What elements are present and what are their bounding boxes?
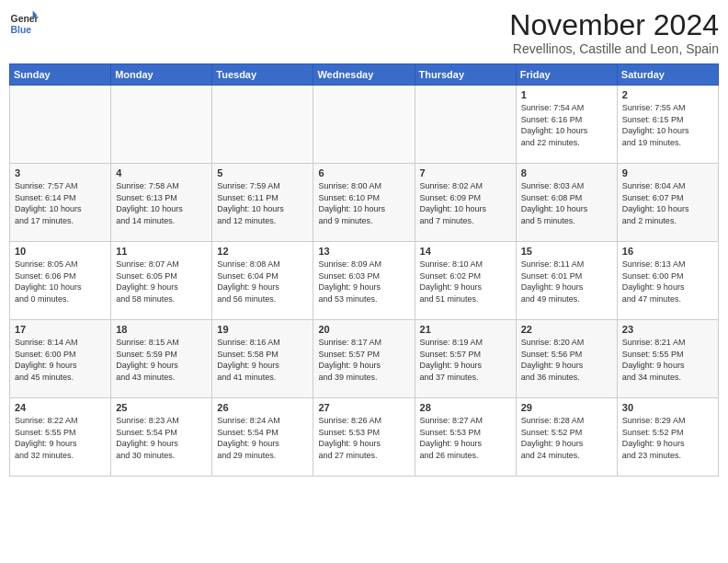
day-number: 26 (217, 402, 308, 413)
day-number: 2 (622, 89, 713, 100)
calendar-day-cell (212, 86, 313, 164)
day-number: 12 (217, 246, 308, 257)
header: General Blue November 2024 Revellinos, C… (9, 9, 719, 56)
calendar-day-cell: 7Sunrise: 8:02 AM Sunset: 6:09 PM Daylig… (415, 164, 516, 242)
calendar-day-cell: 22Sunrise: 8:20 AM Sunset: 5:56 PM Dayli… (516, 320, 617, 398)
weekday-header-row: SundayMondayTuesdayWednesdayThursdayFrid… (10, 64, 719, 86)
day-number: 22 (521, 324, 612, 335)
day-info: Sunrise: 8:04 AM Sunset: 6:07 PM Dayligh… (622, 180, 713, 226)
calendar-day-cell: 10Sunrise: 8:05 AM Sunset: 6:06 PM Dayli… (10, 242, 111, 320)
weekday-header-sunday: Sunday (10, 64, 111, 86)
day-info: Sunrise: 8:05 AM Sunset: 6:06 PM Dayligh… (15, 259, 106, 304)
day-info: Sunrise: 8:28 AM Sunset: 5:52 PM Dayligh… (521, 415, 612, 461)
calendar-week-row: 1Sunrise: 7:54 AM Sunset: 6:16 PM Daylig… (10, 86, 719, 164)
day-info: Sunrise: 8:11 AM Sunset: 6:01 PM Dayligh… (521, 259, 612, 304)
day-info: Sunrise: 8:00 AM Sunset: 6:10 PM Dayligh… (318, 180, 409, 226)
calendar-day-cell: 23Sunrise: 8:21 AM Sunset: 5:55 PM Dayli… (617, 320, 718, 398)
logo-icon: General Blue (9, 9, 39, 39)
calendar-day-cell: 29Sunrise: 8:28 AM Sunset: 5:52 PM Dayli… (516, 398, 617, 477)
day-number: 8 (521, 167, 612, 178)
weekday-header-thursday: Thursday (415, 64, 516, 86)
day-info: Sunrise: 8:20 AM Sunset: 5:56 PM Dayligh… (521, 337, 612, 383)
day-number: 16 (622, 246, 713, 257)
calendar-day-cell: 11Sunrise: 8:07 AM Sunset: 6:05 PM Dayli… (111, 242, 212, 320)
calendar-day-cell: 24Sunrise: 8:22 AM Sunset: 5:55 PM Dayli… (10, 398, 111, 477)
day-info: Sunrise: 8:27 AM Sunset: 5:53 PM Dayligh… (420, 415, 511, 461)
day-info: Sunrise: 8:08 AM Sunset: 6:04 PM Dayligh… (217, 259, 308, 304)
day-info: Sunrise: 8:03 AM Sunset: 6:08 PM Dayligh… (521, 180, 612, 226)
day-info: Sunrise: 8:02 AM Sunset: 6:09 PM Dayligh… (420, 180, 511, 226)
calendar-day-cell: 27Sunrise: 8:26 AM Sunset: 5:53 PM Dayli… (313, 398, 415, 477)
day-number: 11 (116, 246, 207, 257)
day-info: Sunrise: 8:19 AM Sunset: 5:57 PM Dayligh… (420, 337, 511, 383)
weekday-header-friday: Friday (516, 64, 617, 86)
calendar-day-cell: 21Sunrise: 8:19 AM Sunset: 5:57 PM Dayli… (415, 320, 516, 398)
day-number: 6 (318, 167, 409, 178)
day-info: Sunrise: 8:21 AM Sunset: 5:55 PM Dayligh… (622, 337, 713, 383)
day-number: 5 (217, 167, 308, 178)
day-number: 19 (217, 324, 308, 335)
day-info: Sunrise: 7:54 AM Sunset: 6:16 PM Dayligh… (521, 102, 612, 148)
calendar-day-cell: 2Sunrise: 7:55 AM Sunset: 6:15 PM Daylig… (617, 86, 718, 164)
day-number: 15 (521, 246, 612, 257)
calendar-week-row: 10Sunrise: 8:05 AM Sunset: 6:06 PM Dayli… (10, 242, 719, 320)
day-number: 10 (15, 246, 106, 257)
day-number: 20 (318, 324, 409, 335)
day-number: 1 (521, 89, 612, 100)
day-info: Sunrise: 8:13 AM Sunset: 6:00 PM Dayligh… (622, 259, 713, 304)
day-info: Sunrise: 8:14 AM Sunset: 6:00 PM Dayligh… (15, 337, 106, 383)
calendar-day-cell: 9Sunrise: 8:04 AM Sunset: 6:07 PM Daylig… (617, 164, 718, 242)
day-info: Sunrise: 8:17 AM Sunset: 5:57 PM Dayligh… (318, 337, 409, 383)
day-number: 25 (116, 402, 207, 413)
day-number: 18 (116, 324, 207, 335)
calendar-day-cell: 8Sunrise: 8:03 AM Sunset: 6:08 PM Daylig… (516, 164, 617, 242)
calendar-day-cell: 28Sunrise: 8:27 AM Sunset: 5:53 PM Dayli… (415, 398, 516, 477)
day-info: Sunrise: 8:16 AM Sunset: 5:58 PM Dayligh… (217, 337, 308, 383)
location-title: Revellinos, Castille and Leon, Spain (509, 41, 719, 56)
calendar-day-cell: 17Sunrise: 8:14 AM Sunset: 6:00 PM Dayli… (10, 320, 111, 398)
calendar-day-cell (111, 86, 212, 164)
calendar-day-cell: 5Sunrise: 7:59 AM Sunset: 6:11 PM Daylig… (212, 164, 313, 242)
calendar-day-cell: 18Sunrise: 8:15 AM Sunset: 5:59 PM Dayli… (111, 320, 212, 398)
title-area: November 2024 Revellinos, Castille and L… (509, 9, 719, 56)
logo: General Blue (9, 9, 39, 39)
day-info: Sunrise: 7:59 AM Sunset: 6:11 PM Dayligh… (217, 180, 308, 226)
calendar-day-cell: 13Sunrise: 8:09 AM Sunset: 6:03 PM Dayli… (313, 242, 415, 320)
weekday-header-monday: Monday (111, 64, 212, 86)
day-number: 27 (318, 402, 409, 413)
day-number: 9 (622, 167, 713, 178)
day-info: Sunrise: 8:29 AM Sunset: 5:52 PM Dayligh… (622, 415, 713, 461)
day-number: 24 (15, 402, 106, 413)
day-number: 29 (521, 402, 612, 413)
day-number: 28 (420, 402, 511, 413)
svg-text:Blue: Blue (11, 25, 32, 35)
day-info: Sunrise: 8:09 AM Sunset: 6:03 PM Dayligh… (318, 259, 409, 304)
day-number: 7 (420, 167, 511, 178)
calendar-day-cell (10, 86, 111, 164)
weekday-header-wednesday: Wednesday (313, 64, 415, 86)
day-number: 13 (318, 246, 409, 257)
calendar-day-cell (415, 86, 516, 164)
calendar-week-row: 24Sunrise: 8:22 AM Sunset: 5:55 PM Dayli… (10, 398, 719, 477)
month-title: November 2024 (509, 9, 719, 41)
calendar-day-cell: 20Sunrise: 8:17 AM Sunset: 5:57 PM Dayli… (313, 320, 415, 398)
day-number: 17 (15, 324, 106, 335)
day-info: Sunrise: 8:22 AM Sunset: 5:55 PM Dayligh… (15, 415, 106, 461)
calendar-table: SundayMondayTuesdayWednesdayThursdayFrid… (9, 63, 719, 477)
calendar-day-cell: 4Sunrise: 7:58 AM Sunset: 6:13 PM Daylig… (111, 164, 212, 242)
weekday-header-saturday: Saturday (617, 64, 718, 86)
calendar-day-cell: 12Sunrise: 8:08 AM Sunset: 6:04 PM Dayli… (212, 242, 313, 320)
day-info: Sunrise: 8:24 AM Sunset: 5:54 PM Dayligh… (217, 415, 308, 461)
calendar-day-cell: 26Sunrise: 8:24 AM Sunset: 5:54 PM Dayli… (212, 398, 313, 477)
day-number: 14 (420, 246, 511, 257)
day-number: 3 (15, 167, 106, 178)
day-info: Sunrise: 7:55 AM Sunset: 6:15 PM Dayligh… (622, 102, 713, 148)
day-number: 4 (116, 167, 207, 178)
day-info: Sunrise: 8:07 AM Sunset: 6:05 PM Dayligh… (116, 259, 207, 304)
calendar-day-cell: 14Sunrise: 8:10 AM Sunset: 6:02 PM Dayli… (415, 242, 516, 320)
weekday-header-tuesday: Tuesday (212, 64, 313, 86)
calendar-day-cell: 1Sunrise: 7:54 AM Sunset: 6:16 PM Daylig… (516, 86, 617, 164)
day-info: Sunrise: 8:15 AM Sunset: 5:59 PM Dayligh… (116, 337, 207, 383)
day-info: Sunrise: 7:58 AM Sunset: 6:13 PM Dayligh… (116, 180, 207, 226)
calendar-week-row: 17Sunrise: 8:14 AM Sunset: 6:00 PM Dayli… (10, 320, 719, 398)
